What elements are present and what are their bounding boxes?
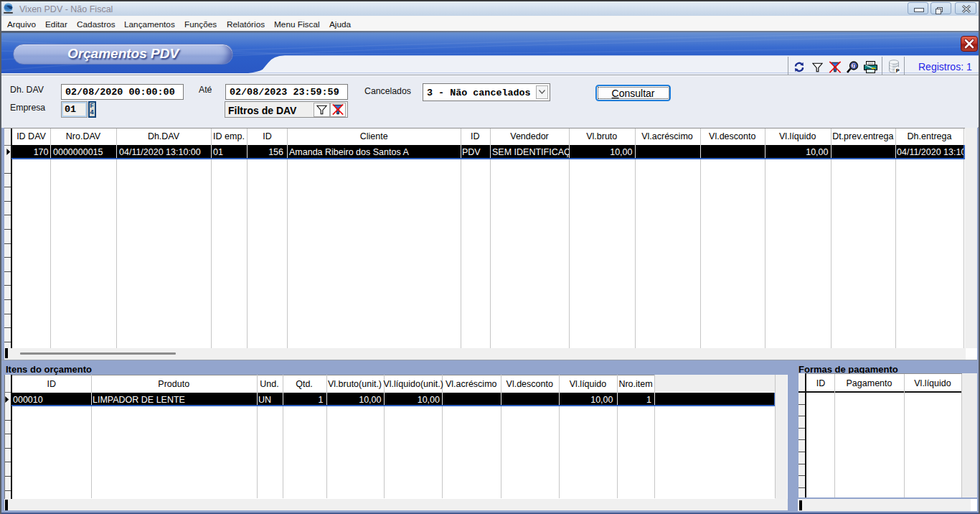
svg-text:P: P <box>896 67 900 74</box>
svg-text:n: n <box>852 62 856 69</box>
